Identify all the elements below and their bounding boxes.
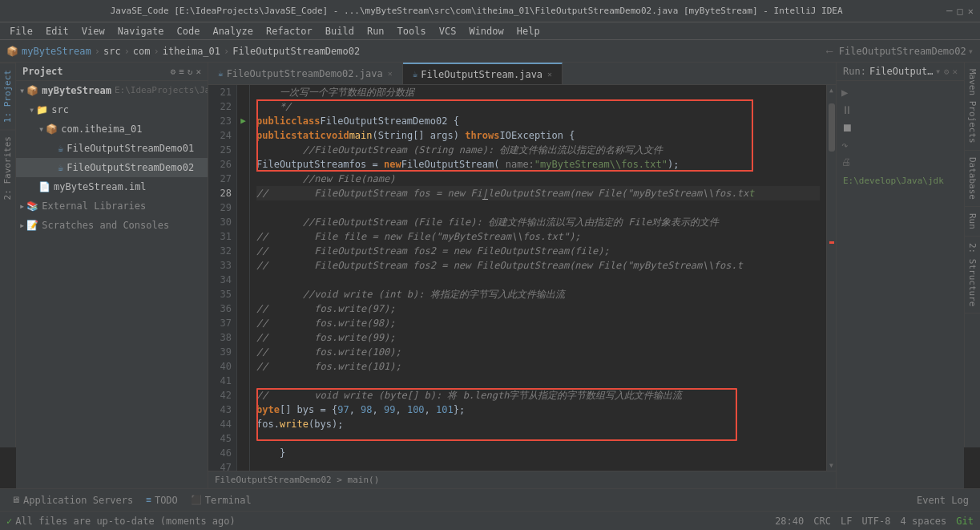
menu-run[interactable]: Run <box>361 24 391 38</box>
code-line-32: // FileOutputStream fos2 = new FileOutpu… <box>256 244 820 258</box>
bottom-tab-terminal[interactable]: ⬛ Terminal <box>186 493 256 508</box>
scratch-label: Scratches and Consoles <box>42 217 169 233</box>
status-lf[interactable]: LF <box>841 516 852 527</box>
appservers-icon: 🖥 <box>11 495 20 505</box>
left-tab-strip: 1: Project 2: Favorites <box>0 63 16 447</box>
tab-fos[interactable]: ☕ FileOutputStream.java ✕ <box>403 63 563 84</box>
breadcrumb-src[interactable]: src <box>103 46 121 57</box>
ext-label: External Libraries <box>42 198 146 214</box>
breadcrumb-file[interactable]: FileOutputStreamDemo02 <box>232 46 360 57</box>
terminal-label: Terminal <box>205 495 252 506</box>
sidebar-icon1[interactable]: ⚙ <box>171 67 176 77</box>
code-content[interactable]: 一次写一个字节数组的部分数据 */ public class FileOutpu… <box>250 85 826 471</box>
breadcrumb-pkg[interactable]: itheima_01 <box>163 46 220 57</box>
sidebar-icon3[interactable]: ↻ <box>188 67 193 77</box>
status-git[interactable]: Git <box>956 516 974 527</box>
run-close-icon[interactable]: ✕ <box>952 67 958 77</box>
sidebar-icon4[interactable]: ✕ <box>196 67 201 77</box>
scroll-down-btn[interactable]: ▼ <box>828 460 835 471</box>
tree-item-iml[interactable]: 📄 myByteStream.iml <box>16 177 208 196</box>
tree-item-demo01[interactable]: ☕ FileOutputStreamDemo01 <box>16 139 208 158</box>
bottom-tab-appservers[interactable]: 🖥 Application Servers <box>6 493 138 508</box>
right-tab-strip: Maven Projects Database Run 2: Structure <box>964 63 980 447</box>
iml-icon: 📄 <box>38 179 50 195</box>
run-print-btn[interactable]: 🖨 <box>840 155 961 169</box>
menu-build[interactable]: Build <box>319 24 361 38</box>
tree-item-scratches[interactable]: ▸ 📝 Scratches and Consoles <box>16 216 208 235</box>
minimap-scrollbar[interactable]: ▲ ▼ <box>826 85 836 471</box>
run-dropdown[interactable]: ▾ <box>935 66 941 77</box>
code-editor[interactable]: 21 22 23 24 25 26 27 28 29 30 31 32 33 3… <box>208 85 836 471</box>
breadcrumb-dropdown[interactable]: ▾ <box>968 46 974 57</box>
maximize-button[interactable]: □ <box>958 6 963 17</box>
line-num-38: 38 <box>212 330 232 345</box>
menu-edit[interactable]: Edit <box>39 24 75 38</box>
menu-navigate[interactable]: Navigate <box>111 24 171 38</box>
expand-icon-com: ▾ <box>38 121 44 137</box>
breadcrumb-project[interactable]: myByteStream <box>22 46 91 57</box>
gutter-35 <box>237 287 249 301</box>
tree-item-demo02[interactable]: ☕ FileOutputStreamDemo02 <box>16 158 208 177</box>
right-vtab-structure[interactable]: 2: Structure <box>965 237 980 314</box>
statusbar: ✓ All files are up-to-date (moments ago)… <box>0 511 980 530</box>
todo-label: TODO <box>155 495 178 506</box>
left-vtab-favorites[interactable]: 2: Favorites <box>0 129 15 206</box>
run-play-btn[interactable]: ▶ <box>840 84 961 100</box>
code-line-33: // FileOutputStream fos2 = new FileOutpu… <box>256 258 820 273</box>
menu-tools[interactable]: Tools <box>391 24 433 38</box>
gutter-38 <box>237 330 249 345</box>
sidebar-icon2[interactable]: ≡ <box>179 67 184 77</box>
menu-view[interactable]: View <box>75 24 111 38</box>
menu-help[interactable]: Help <box>510 24 546 38</box>
menu-code[interactable]: Code <box>171 24 207 38</box>
gutter-23: ▶ <box>237 114 249 128</box>
scroll-up-btn[interactable]: ▲ <box>828 85 835 95</box>
gutter-32 <box>237 244 249 258</box>
line-num-35: 35 <box>212 287 232 301</box>
tree-item-extlibs[interactable]: ▸ 📚 External Libraries <box>16 196 208 216</box>
right-vtab-run[interactable]: Run <box>965 207 980 237</box>
gutter-27 <box>237 172 249 186</box>
code-line-40: // fos.write(101); <box>256 359 820 374</box>
menu-vcs[interactable]: VCS <box>433 24 463 38</box>
gutter-39 <box>237 345 249 359</box>
left-vtab-project[interactable]: 1: Project <box>0 63 15 129</box>
tab-close-1[interactable]: ✕ <box>388 69 393 78</box>
bottom-tab-todo[interactable]: ≡ TODO <box>141 493 183 508</box>
menu-window[interactable]: Window <box>462 24 510 38</box>
scroll-track[interactable] <box>827 95 836 460</box>
bottom-path-bar: FileOutputStreamDemo02 > main() <box>208 471 836 488</box>
code-line-43: byte[] bys = {97, 98, 99, 100, 101}; <box>256 403 820 417</box>
run-step-btn[interactable]: ↷ <box>840 137 961 153</box>
run-value: FileOutputSt... <box>869 66 934 77</box>
event-log-label: Event Log <box>917 495 969 506</box>
tab-demo02[interactable]: ☕ FileOutputStreamDemo02.java ✕ <box>208 63 403 84</box>
tree-item-com[interactable]: ▾ 📦 com.itheima_01 <box>16 119 208 139</box>
tree-item-mybytestream[interactable]: ▾ 📦 myByteStream E:\IdeaProjects\Java <box>16 81 208 100</box>
run-pause-btn[interactable]: ⏸ <box>840 102 961 118</box>
code-line-24: public static void main(String[] args) t… <box>256 128 820 143</box>
status-encoding[interactable]: CRC <box>813 516 831 527</box>
breadcrumb: 📦 myByteStream › src › com › itheima_01 … <box>0 40 980 63</box>
gutter-30 <box>237 215 249 229</box>
breadcrumb-com[interactable]: com <box>133 46 151 57</box>
run-stop-btn[interactable]: ⏹ <box>840 119 961 136</box>
minimize-button[interactable]: ─ <box>946 6 952 17</box>
gutter-33 <box>237 258 249 273</box>
menu-analyze[interactable]: Analyze <box>206 24 260 38</box>
run-settings-icon[interactable]: ⚙ <box>944 67 950 77</box>
menubar: File Edit View Navigate Code Analyze Ref… <box>0 22 980 40</box>
status-utf8[interactable]: UTF-8 <box>861 516 890 527</box>
menu-refactor[interactable]: Refactor <box>260 24 319 38</box>
event-log-btn[interactable]: Event Log <box>912 493 974 508</box>
scroll-thumb[interactable] <box>829 103 835 152</box>
tab-close-2[interactable]: ✕ <box>547 70 552 79</box>
tree-item-src[interactable]: ▾ 📁 src <box>16 100 208 119</box>
right-vtab-database[interactable]: Database <box>965 151 980 207</box>
status-position[interactable]: 28:40 <box>775 516 804 527</box>
menu-file[interactable]: File <box>3 24 39 38</box>
close-button[interactable]: ✕ <box>968 6 974 17</box>
right-vtab-maven[interactable]: Maven Projects <box>965 63 980 151</box>
run-controls: ▶ ⏸ ⏹ ↷ 🖨 <box>837 81 964 172</box>
status-indent[interactable]: 4 spaces <box>901 516 947 527</box>
